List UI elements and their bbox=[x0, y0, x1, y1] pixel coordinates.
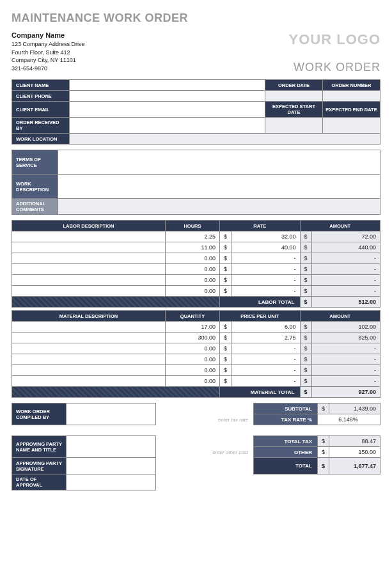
currency-cell: $ bbox=[220, 286, 231, 297]
labor-hours-header: HOURS bbox=[166, 221, 220, 231]
labor-desc-header: LABOR DESCRIPTION bbox=[12, 221, 166, 231]
rate-cell[interactable]: - bbox=[231, 264, 301, 275]
labor-total-label: LABOR TOTAL bbox=[220, 297, 301, 308]
amount-cell: 102.00 bbox=[311, 322, 380, 333]
desc-cell[interactable] bbox=[12, 253, 166, 264]
amount-currency-cell: $ bbox=[300, 354, 311, 365]
desc-cell[interactable] bbox=[12, 264, 166, 275]
labor-table: LABOR DESCRIPTION HOURS RATE AMOUNT 2.25… bbox=[12, 220, 380, 308]
desc-cell[interactable] bbox=[12, 242, 166, 253]
client-phone-field[interactable] bbox=[70, 91, 265, 102]
qty-cell[interactable]: 11.00 bbox=[166, 242, 220, 253]
order-date-label: ORDER DATE bbox=[265, 80, 323, 91]
qty-cell[interactable]: 0.00 bbox=[166, 275, 220, 286]
tax-rate-value[interactable]: 6.148% bbox=[318, 414, 380, 425]
company-block: Company Name 123 Company Address Drive F… bbox=[12, 31, 85, 72]
labor-amount-header: AMOUNT bbox=[300, 221, 380, 231]
qty-cell[interactable]: 0.00 bbox=[166, 354, 220, 365]
order-number-field[interactable] bbox=[323, 91, 380, 102]
amount-currency-cell: $ bbox=[300, 231, 311, 242]
table-row: 0.00$-$- bbox=[12, 354, 380, 365]
approving-sig-label: APPROVING PARTY SIGNATURE bbox=[12, 458, 67, 474]
rate-cell[interactable]: - bbox=[231, 376, 301, 387]
amount-cell: - bbox=[311, 354, 380, 365]
order-date-field[interactable] bbox=[265, 91, 323, 102]
qty-cell[interactable]: 17.00 bbox=[166, 322, 220, 333]
currency-cell: $ bbox=[220, 376, 231, 387]
qty-cell[interactable]: 0.00 bbox=[166, 253, 220, 264]
compiled-by-field[interactable] bbox=[67, 403, 156, 425]
rate-cell[interactable]: 32.00 bbox=[231, 231, 301, 242]
desc-cell[interactable] bbox=[12, 322, 166, 333]
client-email-label: CLIENT EMAIL bbox=[12, 102, 70, 118]
currency-cell: $ bbox=[220, 242, 231, 253]
order-received-field[interactable] bbox=[70, 118, 265, 134]
qty-cell[interactable]: 2.25 bbox=[166, 231, 220, 242]
comments-label: ADDITIONAL COMMENTS bbox=[12, 199, 58, 215]
amount-cell: - bbox=[311, 264, 380, 275]
date-approval-label: DATE OF APPROVAL bbox=[12, 474, 67, 490]
rate-cell[interactable]: 40.00 bbox=[231, 242, 301, 253]
qty-cell[interactable]: 0.00 bbox=[166, 365, 220, 376]
work-location-field[interactable] bbox=[70, 134, 380, 145]
desc-cell[interactable] bbox=[12, 231, 166, 242]
subtotal-currency: $ bbox=[318, 403, 329, 414]
summary-table: WORK ORDER COMPILED BY SUBTOTAL $ 1,439.… bbox=[12, 403, 380, 490]
work-desc-field[interactable] bbox=[58, 175, 380, 199]
amount-currency-cell: $ bbox=[300, 333, 311, 343]
client-email-field[interactable] bbox=[70, 102, 265, 118]
desc-cell[interactable] bbox=[12, 354, 166, 365]
rate-cell[interactable]: 2.75 bbox=[231, 333, 301, 343]
rate-cell[interactable]: - bbox=[231, 253, 301, 264]
desc-cell[interactable] bbox=[12, 333, 166, 343]
client-name-label: CLIENT NAME bbox=[12, 80, 70, 91]
description-table: TERMS OF SERVICE WORK DESCRIPTION ADDITI… bbox=[12, 150, 380, 215]
approving-sig-field[interactable] bbox=[67, 458, 156, 474]
desc-cell[interactable] bbox=[12, 275, 166, 286]
amount-cell: 825.00 bbox=[311, 333, 380, 343]
material-total-stripe bbox=[12, 387, 220, 398]
desc-cell[interactable] bbox=[12, 376, 166, 387]
total-currency: $ bbox=[318, 458, 329, 474]
client-name-field[interactable] bbox=[70, 80, 265, 91]
expected-start-field[interactable] bbox=[265, 118, 323, 134]
comments-field[interactable] bbox=[58, 199, 380, 215]
amount-cell: - bbox=[311, 376, 380, 387]
table-row: 0.00$-$- bbox=[12, 275, 380, 286]
work-desc-label: WORK DESCRIPTION bbox=[12, 175, 58, 199]
rate-cell[interactable]: - bbox=[231, 343, 301, 354]
currency-cell: $ bbox=[220, 322, 231, 333]
other-value[interactable]: 150.00 bbox=[329, 447, 380, 458]
terms-label: TERMS OF SERVICE bbox=[12, 150, 58, 175]
table-row: 0.00$-$- bbox=[12, 253, 380, 264]
qty-cell[interactable]: 0.00 bbox=[166, 376, 220, 387]
expected-end-field[interactable] bbox=[323, 118, 380, 134]
desc-cell[interactable] bbox=[12, 343, 166, 354]
approving-name-field[interactable] bbox=[67, 436, 156, 458]
qty-cell[interactable]: 0.00 bbox=[166, 286, 220, 297]
rate-cell[interactable]: - bbox=[231, 365, 301, 376]
material-total-value: 927.00 bbox=[311, 387, 380, 398]
amount-currency-cell: $ bbox=[300, 343, 311, 354]
client-info-table: CLIENT NAME ORDER DATE ORDER NUMBER CLIE… bbox=[12, 79, 380, 145]
rate-cell[interactable]: - bbox=[231, 354, 301, 365]
currency-cell: $ bbox=[220, 343, 231, 354]
qty-cell[interactable]: 0.00 bbox=[166, 264, 220, 275]
amount-currency-cell: $ bbox=[300, 242, 311, 253]
tax-rate-label: TAX RATE % bbox=[254, 414, 318, 425]
other-currency: $ bbox=[318, 447, 329, 458]
date-approval-field[interactable] bbox=[67, 474, 156, 490]
rate-cell[interactable]: 6.00 bbox=[231, 322, 301, 333]
qty-cell[interactable]: 0.00 bbox=[166, 343, 220, 354]
page-title: MAINTENANCE WORK ORDER bbox=[12, 12, 380, 25]
desc-cell[interactable] bbox=[12, 286, 166, 297]
terms-field[interactable] bbox=[58, 150, 380, 175]
rate-cell[interactable]: - bbox=[231, 286, 301, 297]
total-tax-currency: $ bbox=[318, 436, 329, 447]
rate-cell[interactable]: - bbox=[231, 275, 301, 286]
client-phone-label: CLIENT PHONE bbox=[12, 91, 70, 102]
desc-cell[interactable] bbox=[12, 365, 166, 376]
table-row: 0.00$-$- bbox=[12, 365, 380, 376]
material-total-label: MATERIAL TOTAL bbox=[220, 387, 301, 398]
qty-cell[interactable]: 300.00 bbox=[166, 333, 220, 343]
